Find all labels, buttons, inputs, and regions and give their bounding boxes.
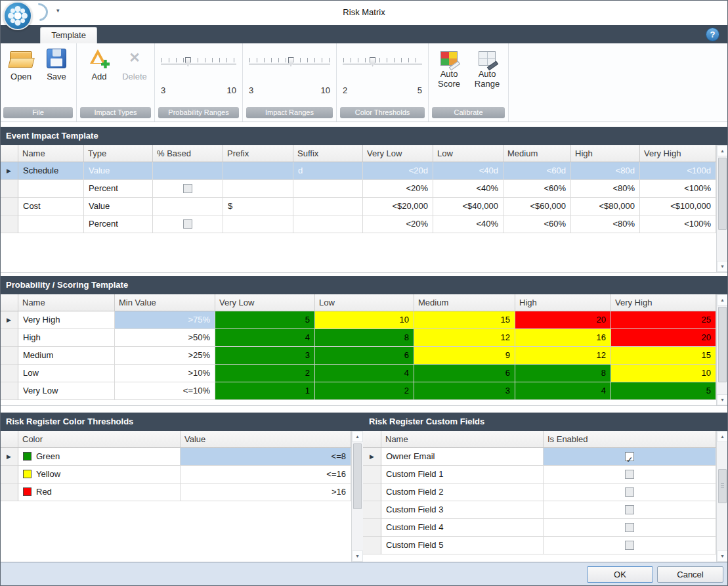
cell-min-value[interactable]: <=10% — [115, 382, 215, 400]
cell-prefix[interactable] — [223, 180, 293, 198]
score-cell[interactable]: 6 — [414, 365, 515, 382]
score-cell[interactable]: 8 — [315, 329, 414, 347]
event-impact-row-cost-percent[interactable]: Percent ✓ <20% <40% <60% <80% <100% — [0, 215, 716, 233]
cell-color[interactable]: Red — [18, 484, 181, 501]
slider-thumb[interactable] — [288, 57, 294, 66]
is-enabled-checkbox[interactable]: ✓ — [625, 523, 634, 532]
slider-track[interactable] — [343, 64, 422, 64]
cell-suffix[interactable] — [293, 180, 363, 198]
column-header-min-value[interactable]: Min Value — [115, 294, 215, 311]
cancel-button[interactable]: Cancel — [657, 566, 723, 583]
cell-very-high[interactable]: <100% — [640, 215, 716, 233]
column-header-medium[interactable]: Medium — [414, 294, 515, 311]
cell-value[interactable]: <=16 — [181, 466, 351, 484]
auto-score-button[interactable]: Auto Score — [431, 49, 467, 89]
cell-color[interactable]: Green — [18, 448, 181, 466]
scroll-up-button[interactable]: ▲ — [717, 431, 728, 442]
column-header-name[interactable]: Name — [18, 145, 84, 162]
impact-ranges-slider[interactable] — [249, 58, 330, 78]
pct-based-checkbox[interactable]: ✓ — [183, 219, 192, 229]
cell-very-high[interactable]: <100% — [640, 180, 716, 198]
score-cell[interactable]: 4 — [515, 382, 611, 400]
score-cell[interactable]: 1 — [215, 382, 315, 400]
column-header-very-high[interactable]: Very High — [640, 145, 716, 162]
cell-value[interactable]: <=8 — [181, 448, 351, 466]
column-header-very-low[interactable]: Very Low — [363, 145, 433, 162]
ok-button[interactable]: OK — [587, 566, 653, 583]
cell-is-enabled[interactable]: ✓ — [544, 484, 716, 501]
custom-field-row-5[interactable]: Custom Field 5 ✓ — [363, 537, 716, 554]
pct-based-checkbox[interactable]: ✓ — [183, 184, 192, 193]
row-selector[interactable] — [363, 466, 381, 484]
column-header-high[interactable]: High — [515, 294, 611, 311]
cell-high[interactable]: <$80,000 — [571, 198, 640, 215]
cell-low[interactable]: <40d — [433, 162, 503, 180]
cell-name[interactable]: Low — [18, 365, 115, 382]
score-cell[interactable]: 10 — [611, 365, 716, 382]
cell-name[interactable]: Custom Field 2 — [381, 484, 544, 501]
threshold-row-green[interactable]: ▶ Green <=8 — [0, 448, 351, 466]
cell-type[interactable]: Value — [84, 162, 153, 180]
cell-name[interactable]: High — [18, 329, 115, 347]
cell-suffix[interactable]: d — [293, 162, 363, 180]
column-header-low[interactable]: Low — [315, 294, 414, 311]
slider-thumb[interactable] — [185, 57, 191, 66]
probability-row-very-low[interactable]: Very Low <=10% 1 2 3 4 5 — [0, 382, 716, 400]
cell-very-high[interactable]: <100d — [640, 162, 716, 180]
event-impact-row-schedule-percent[interactable]: Percent ✓ <20% <40% <60% <80% <100% — [0, 180, 716, 198]
column-header-name[interactable]: Name — [18, 294, 115, 311]
is-enabled-checkbox[interactable]: ✓ — [625, 452, 634, 461]
score-cell[interactable]: 12 — [515, 347, 611, 365]
cell-is-enabled[interactable]: ✓ — [544, 537, 716, 554]
score-cell[interactable]: 5 — [215, 311, 315, 329]
vertical-scrollbar[interactable]: ▲ ▼ — [716, 294, 728, 405]
cell-pct-based[interactable]: ✓ — [153, 180, 223, 198]
is-enabled-checkbox[interactable]: ✓ — [625, 470, 634, 479]
column-header-suffix[interactable]: Suffix — [293, 145, 363, 162]
row-selector[interactable] — [363, 519, 381, 537]
score-cell[interactable]: 9 — [414, 347, 515, 365]
score-cell[interactable]: 20 — [611, 329, 716, 347]
cell-very-low[interactable]: <20% — [363, 215, 433, 233]
cell-low[interactable]: <40% — [433, 180, 503, 198]
cell-high[interactable]: <80% — [571, 215, 640, 233]
column-header-low[interactable]: Low — [433, 145, 503, 162]
cell-suffix[interactable] — [293, 198, 363, 215]
score-cell[interactable]: 4 — [315, 365, 414, 382]
cell-name[interactable]: Very Low — [18, 382, 115, 400]
cell-very-low[interactable]: <$20,000 — [363, 198, 433, 215]
custom-field-row-owner-email[interactable]: ▶ Owner Email ✓ — [363, 448, 716, 466]
cell-name[interactable]: Custom Field 5 — [381, 537, 544, 554]
scroll-down-button[interactable]: ▼ — [352, 551, 363, 562]
scrollbar-thumb[interactable] — [718, 307, 727, 382]
cell-name[interactable]: Medium — [18, 347, 115, 365]
threshold-row-yellow[interactable]: Yellow <=16 — [0, 466, 351, 484]
is-enabled-checkbox[interactable]: ✓ — [625, 505, 634, 514]
cell-high[interactable]: <80d — [571, 162, 640, 180]
cell-suffix[interactable] — [293, 215, 363, 233]
custom-field-row-1[interactable]: Custom Field 1 ✓ — [363, 466, 716, 484]
cell-pct-based[interactable] — [153, 162, 223, 180]
cell-pct-based[interactable]: ✓ — [153, 215, 223, 233]
cell-name[interactable]: Custom Field 1 — [381, 466, 544, 484]
cell-medium[interactable]: <60% — [503, 180, 571, 198]
cell-medium[interactable]: <60d — [503, 162, 571, 180]
add-button[interactable]: Add — [82, 49, 116, 81]
cell-is-enabled[interactable]: ✓ — [544, 519, 716, 537]
row-selector[interactable] — [0, 329, 18, 347]
probability-row-very-high[interactable]: ▶ Very High >75% 5 10 15 20 25 — [0, 311, 716, 329]
score-cell[interactable]: 16 — [515, 329, 611, 347]
cell-type[interactable]: Percent — [84, 215, 153, 233]
auto-range-button[interactable]: Auto Range — [469, 49, 505, 89]
score-cell[interactable]: 20 — [515, 311, 611, 329]
cell-name[interactable]: Schedule — [18, 162, 84, 180]
vertical-scrollbar[interactable]: ▲ ▼ — [716, 145, 728, 272]
column-header-very-high[interactable]: Very High — [611, 294, 716, 311]
score-cell[interactable]: 12 — [414, 329, 515, 347]
row-selector[interactable] — [0, 484, 18, 501]
cell-color[interactable]: Yellow — [18, 466, 181, 484]
cell-low[interactable]: <40% — [433, 215, 503, 233]
column-header-high[interactable]: High — [571, 145, 640, 162]
cell-prefix[interactable] — [223, 215, 293, 233]
cell-prefix[interactable] — [223, 162, 293, 180]
